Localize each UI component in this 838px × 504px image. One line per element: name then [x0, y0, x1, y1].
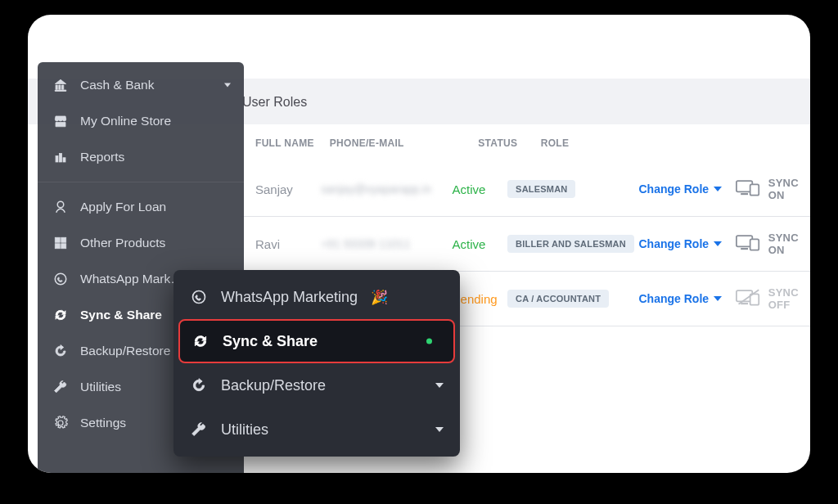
role-pill: SALESMAN	[507, 180, 575, 198]
svg-rect-17	[61, 244, 66, 249]
popup-item-sync-share[interactable]: Sync & Share	[178, 319, 455, 363]
sync-state: SYNC ON	[768, 177, 799, 201]
sidebar-item-label: Cash & Bank	[80, 78, 154, 92]
svg-rect-5	[741, 248, 748, 250]
sidebar-item-label: My Online Store	[80, 114, 171, 128]
sidebar-item-label: Settings	[80, 416, 126, 430]
sidebar-item-label: Other Products	[80, 236, 165, 250]
svg-point-19	[193, 291, 205, 304]
change-role-link[interactable]: Change Role	[639, 292, 723, 305]
role-pill: CA / ACCOUNTANT	[507, 290, 609, 308]
th-phone-email: PHONE/E-MAIL	[330, 137, 479, 149]
cell-status: Pending	[453, 292, 508, 306]
whatsapp-icon	[190, 288, 208, 306]
change-role-label: Change Role	[639, 292, 710, 305]
table-row: Ravi +91 93339 11011 Active BILLER AND S…	[241, 217, 810, 272]
svg-rect-8	[741, 303, 748, 304]
gear-icon	[52, 415, 69, 431]
role-pill: BILLER AND SALESMAN	[507, 235, 634, 253]
sync-state: SYNC ON	[768, 232, 799, 256]
sidebar-item-label: Sync & Share	[80, 308, 162, 322]
wrench-icon	[190, 421, 208, 439]
sidebar-item-label: Backup/Restore	[80, 344, 170, 358]
store-icon	[52, 113, 69, 129]
cell-phone: sanjay@vyaparapp.in	[321, 182, 452, 196]
chevron-down-icon	[714, 241, 722, 246]
change-role-link[interactable]: Change Role	[639, 237, 723, 250]
sidebar-item-online-store[interactable]: My Online Store	[38, 103, 244, 139]
popup-item-backup-restore[interactable]: Backup/Restore	[173, 363, 460, 407]
svg-rect-10	[56, 156, 58, 163]
sidebar-item-apply-loan[interactable]: Apply For Loan	[38, 189, 244, 225]
sidebar-item-cash-bank[interactable]: Cash & Bank	[38, 67, 244, 103]
table-row: Sanjay sanjay@vyaparapp.in Active SALESM…	[241, 162, 810, 217]
whatsapp-icon	[52, 271, 69, 287]
wrench-icon	[52, 379, 69, 395]
cell-status: Active	[453, 237, 508, 251]
sidebar-item-label: Apply For Loan	[80, 200, 166, 214]
chevron-down-icon	[435, 427, 444, 432]
svg-rect-1	[750, 184, 759, 195]
page-title: User Roles	[242, 95, 307, 110]
th-role: ROLE	[541, 137, 690, 149]
sidebar-item-label: WhatsApp Mark…	[80, 272, 183, 286]
restore-icon	[52, 343, 69, 359]
sidebar-item-other-products[interactable]: Other Products	[38, 225, 244, 261]
th-full-name: FULL NAME	[255, 137, 330, 149]
cell-name: Ravi	[255, 237, 321, 251]
sidebar-divider	[38, 182, 244, 182]
change-role-label: Change Role	[639, 182, 710, 196]
popup-item-whatsapp-marketing[interactable]: WhatsApp Marketing 🎉	[173, 275, 460, 319]
popup-item-utilities[interactable]: Utilities	[173, 407, 460, 452]
svg-rect-2	[741, 193, 748, 195]
svg-point-13	[57, 201, 64, 208]
cell-status: Active	[453, 182, 508, 196]
svg-rect-4	[750, 239, 759, 250]
svg-point-18	[55, 273, 66, 285]
cell-name: Sanjay	[255, 182, 321, 196]
cell-phone: +91 93339 11011	[321, 237, 452, 250]
popup-item-label: WhatsApp Marketing	[221, 289, 358, 306]
devices-icon	[736, 233, 760, 254]
devices-off-icon	[736, 288, 760, 309]
popup-item-label: Utilities	[221, 421, 268, 439]
popup-item-label: Sync & Share	[223, 333, 318, 350]
popup-item-label: Backup/Restore	[221, 377, 326, 394]
loan-icon	[52, 199, 69, 215]
sync-state: SYNC OFF	[768, 286, 799, 311]
chevron-down-icon	[224, 83, 231, 88]
svg-rect-14	[55, 237, 60, 242]
sidebar-item-label: Utilities	[80, 380, 121, 394]
svg-rect-11	[60, 154, 62, 163]
submenu-popup: WhatsApp Marketing 🎉 Sync & Share Backup…	[173, 270, 460, 457]
table-header-row: FULL NAME PHONE/E-MAIL STATUS ROLE	[241, 124, 810, 162]
change-role-label: Change Role	[639, 237, 710, 250]
products-icon	[52, 235, 69, 251]
th-status: STATUS	[478, 137, 540, 149]
svg-rect-12	[63, 158, 65, 162]
svg-rect-16	[55, 244, 60, 249]
status-dot-icon	[426, 339, 432, 344]
sync-icon	[191, 332, 210, 350]
sync-icon	[52, 307, 69, 323]
chevron-down-icon	[714, 296, 722, 301]
bars-icon	[52, 149, 69, 165]
app-card: User Roles FULL NAME PHONE/E-MAIL STATUS…	[28, 15, 810, 473]
chevron-down-icon	[435, 383, 444, 388]
sidebar-item-label: Reports	[80, 150, 124, 164]
sidebar-item-reports[interactable]: Reports	[38, 139, 244, 175]
svg-rect-15	[61, 237, 66, 242]
devices-icon	[736, 178, 760, 200]
confetti-icon: 🎉	[371, 289, 388, 306]
bank-icon	[52, 77, 69, 93]
restore-icon	[190, 376, 208, 394]
change-role-link[interactable]: Change Role	[639, 182, 723, 196]
chevron-down-icon	[714, 187, 722, 191]
